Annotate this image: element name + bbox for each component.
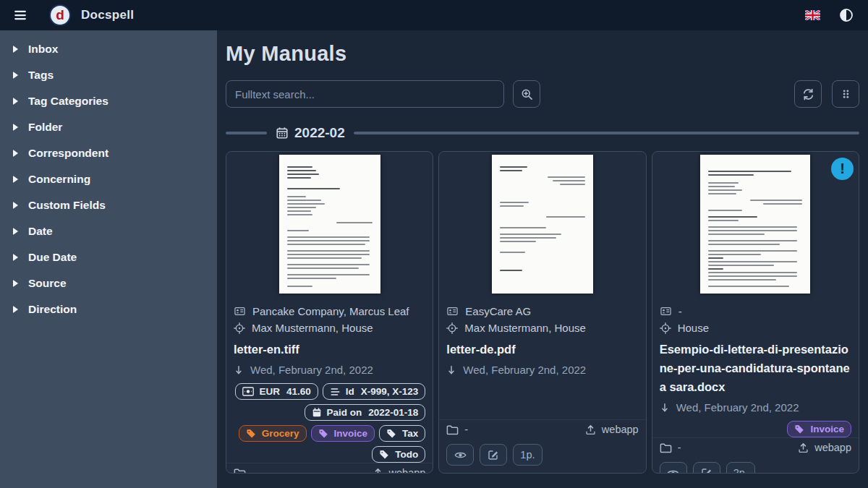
- caret-right-icon: [13, 228, 18, 235]
- address-card-icon: [446, 306, 459, 317]
- field-value: X-999, X-123: [361, 385, 419, 398]
- concerning-value: Max Mustermann, House: [464, 322, 586, 334]
- folder-source-row: - webapp: [226, 463, 433, 474]
- tag-label: Tax: [402, 427, 418, 440]
- app-title: Docspell: [81, 8, 134, 22]
- sidebar-item-due-date[interactable]: Due Date: [0, 244, 217, 270]
- page-count: 2p.: [733, 467, 748, 474]
- sidebar-item-source[interactable]: Source: [0, 270, 217, 296]
- tag-badge: Todo: [372, 446, 425, 463]
- eye-icon: [454, 450, 467, 461]
- month-label: 2022-02: [294, 125, 345, 141]
- refresh-button[interactable]: [794, 80, 822, 108]
- search-bar: [226, 80, 859, 108]
- page-count: 1p.: [520, 449, 535, 461]
- item-date-row: Wed, February 2nd, 2022: [660, 399, 851, 416]
- caret-right-icon: [13, 254, 18, 261]
- sidebar-item-label: Tag Categories: [28, 95, 109, 108]
- sidebar: Inbox Tags Tag Categories Folder Corresp…: [0, 30, 217, 488]
- edit-icon: [488, 449, 499, 461]
- tag-icon: [318, 428, 329, 439]
- grid-view-button[interactable]: [832, 80, 859, 108]
- field-label: EUR: [259, 385, 280, 398]
- sidebar-item-label: Custom Fields: [28, 199, 106, 212]
- sidebar-item-label: Tags: [28, 69, 54, 82]
- item-date: Wed, February 2nd, 2022: [250, 364, 373, 376]
- menu-icon[interactable]: [10, 6, 30, 25]
- eye-icon: [667, 468, 679, 474]
- sidebar-item-label: Inbox: [28, 43, 58, 56]
- preview-button[interactable]: [660, 462, 687, 474]
- notification-badge[interactable]: !: [831, 158, 854, 180]
- sidebar-item-correspondent[interactable]: Correspondent: [0, 140, 217, 166]
- page-count-button[interactable]: 2p.: [726, 462, 755, 474]
- sidebar-item-label: Folder: [28, 121, 62, 134]
- correspondent-value: EasyCare AG: [465, 305, 531, 317]
- document-thumbnail[interactable]: [226, 152, 433, 296]
- concerning-row: Max Mustermann, House: [234, 320, 425, 336]
- fulltext-search-input[interactable]: [226, 80, 504, 108]
- upload-icon: [798, 442, 809, 453]
- sidebar-item-custom-fields[interactable]: Custom Fields: [0, 192, 217, 218]
- sidebar-item-label: Due Date: [28, 251, 77, 264]
- item-card[interactable]: ! -: [652, 151, 859, 474]
- document-thumbnail[interactable]: [439, 152, 645, 296]
- sidebar-item-tags[interactable]: Tags: [0, 62, 217, 88]
- crosshairs-icon: [446, 322, 458, 334]
- category-badge: Grocery: [239, 425, 307, 442]
- item-name[interactable]: Esempio-di-lettera-di-presentazione-per-…: [660, 340, 851, 396]
- money-bill-icon: [242, 387, 254, 396]
- correspondent-row: Pancake Company, Marcus Leaf: [234, 303, 425, 320]
- arrow-down-icon: [660, 402, 670, 414]
- card-actions: 2p.: [652, 457, 859, 474]
- tag-badges: Invoice: [660, 421, 851, 437]
- sidebar-item-tag-categories[interactable]: Tag Categories: [0, 88, 217, 114]
- crosshairs-icon: [234, 322, 245, 334]
- money-field-badge: EUR 41.60: [235, 383, 318, 400]
- arrow-down-icon: [234, 364, 244, 376]
- sidebar-item-date[interactable]: Date: [0, 218, 217, 244]
- document-thumbnail[interactable]: !: [652, 152, 859, 296]
- sidebar-item-concerning[interactable]: Concerning: [0, 166, 217, 192]
- sidebar-item-label: Source: [28, 277, 67, 290]
- page-count-button[interactable]: 1p.: [513, 444, 542, 466]
- item-name[interactable]: letter-en.tiff: [234, 340, 425, 359]
- item-date-row: Wed, February 2nd, 2022: [446, 361, 638, 378]
- crosshairs-icon: [660, 322, 671, 334]
- folder-value: -: [678, 442, 681, 453]
- item-name[interactable]: letter-de.pdf: [446, 340, 638, 359]
- folder-value: -: [252, 467, 255, 474]
- tag-label: Invoice: [810, 423, 844, 435]
- sidebar-item-direction[interactable]: Direction: [0, 296, 217, 322]
- tag-icon: [794, 424, 805, 435]
- uk-flag-icon[interactable]: [805, 10, 820, 20]
- item-date-row: Wed, February 2nd, 2022: [234, 361, 425, 378]
- tag-label: Todo: [395, 448, 418, 461]
- caret-right-icon: [13, 176, 18, 183]
- dark-mode-toggle-icon[interactable]: [839, 8, 854, 22]
- preview-button[interactable]: [446, 444, 474, 466]
- edit-button[interactable]: [480, 444, 507, 466]
- sidebar-item-inbox[interactable]: Inbox: [0, 36, 217, 62]
- field-label: Id: [346, 385, 354, 398]
- edit-button[interactable]: [693, 462, 720, 474]
- field-value: 2022-01-18: [368, 406, 418, 419]
- folder-icon: [234, 468, 246, 474]
- caret-right-icon: [13, 202, 18, 209]
- docspell-logo-icon[interactable]: d: [49, 4, 71, 26]
- sidebar-item-folder[interactable]: Folder: [0, 114, 217, 140]
- search-button[interactable]: [513, 80, 540, 108]
- correspondent-value: Pancake Company, Marcus Leaf: [252, 305, 409, 317]
- id-field-badge: Id X-999, X-123: [323, 383, 426, 400]
- folder-source-row: - webapp: [652, 437, 859, 457]
- item-card[interactable]: Pancake Company, Marcus Leaf Max Musterm…: [226, 151, 433, 474]
- main-content: My Manuals: [217, 30, 868, 488]
- item-card[interactable]: EasyCare AG Max Mustermann, House letter…: [438, 151, 646, 474]
- top-bar: d Docspell: [0, 0, 868, 30]
- source-value: webapp: [814, 442, 851, 453]
- page-title: My Manuals: [226, 42, 859, 66]
- item-date: Wed, February 2nd, 2022: [463, 364, 586, 376]
- sidebar-item-label: Date: [28, 225, 53, 238]
- sidebar-item-label: Concerning: [28, 173, 90, 186]
- concerning-value: House: [678, 322, 709, 334]
